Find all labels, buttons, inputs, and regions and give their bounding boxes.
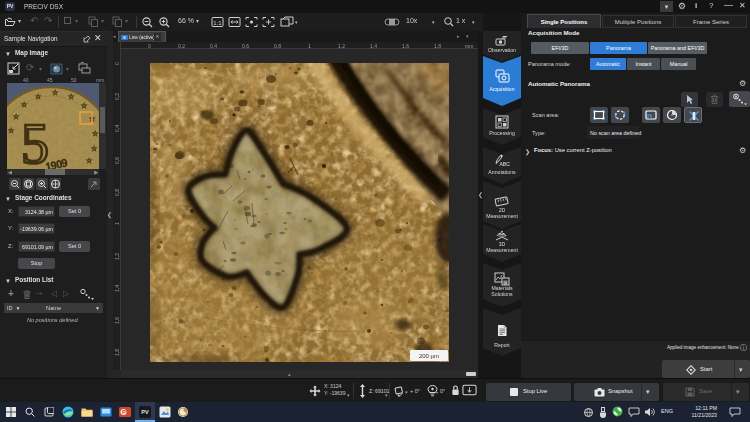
svg-text:☆: ☆ (91, 145, 97, 152)
svg-text:☆: ☆ (86, 157, 92, 164)
svg-text:☆: ☆ (52, 89, 58, 96)
svg-text:☆: ☆ (8, 127, 14, 134)
svg-text:P: P (122, 409, 126, 415)
svg-text:☆: ☆ (81, 102, 87, 109)
svg-text:200 µm: 200 µm (419, 353, 439, 359)
svg-text:ABC: ABC (500, 161, 511, 167)
svg-text:☆: ☆ (68, 93, 74, 100)
svg-text:☆: ☆ (21, 101, 27, 108)
svg-text:☆: ☆ (92, 130, 98, 137)
svg-text:☆: ☆ (13, 113, 19, 120)
svg-text:☆: ☆ (35, 93, 41, 100)
svg-text:1:1: 1:1 (213, 20, 222, 26)
